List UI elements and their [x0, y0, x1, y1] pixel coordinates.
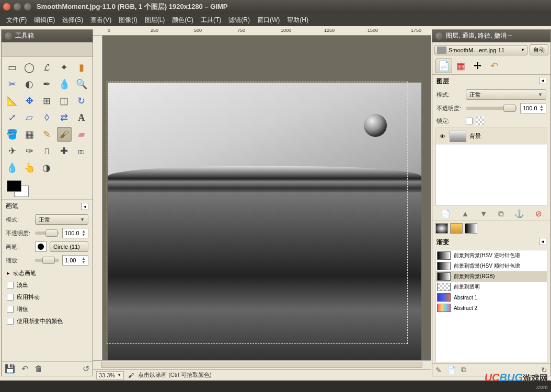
patterns-tab-icon[interactable] — [450, 223, 463, 234]
layers-panel-header[interactable]: 图层, 通道, 路径, 撤消 – — [432, 30, 550, 42]
gradient-check[interactable]: 使用渐变中的颜色 — [2, 315, 93, 327]
menu-image[interactable]: 图像(I) — [116, 15, 140, 26]
horizontal-ruler[interactable]: 0 250 500 750 1000 1250 1500 1750 — [93, 26, 431, 36]
canvas-viewport[interactable] — [102, 36, 421, 360]
fg-bg-colors[interactable] — [7, 180, 29, 197]
lasso-icon[interactable]: 𝓛 — [39, 60, 54, 75]
vertical-ruler[interactable] — [93, 36, 102, 360]
airbrush-icon[interactable]: ✈ — [5, 144, 19, 158]
eye-icon[interactable]: 👁 — [438, 133, 446, 140]
scale-slider[interactable] — [35, 259, 59, 262]
layer-opacity-spinner[interactable]: 100.0▲▼ — [520, 103, 546, 113]
smudge-icon[interactable]: 👆 — [22, 160, 37, 175]
new-layer-icon[interactable]: 📄 — [441, 209, 451, 218]
collapse-icon[interactable]: ◂ — [539, 238, 546, 245]
slider-thumb[interactable] — [45, 229, 58, 237]
raise-layer-icon[interactable]: ▲ — [462, 209, 469, 218]
dynamic-expand[interactable]: ▸动态画笔 — [2, 267, 93, 279]
text-icon[interactable]: A — [74, 110, 89, 125]
lower-layer-icon[interactable]: ▼ — [480, 209, 488, 218]
lock-alpha-icon[interactable] — [476, 117, 484, 125]
gradient-list[interactable]: 前景到背景(HSV 逆时针色谱 前景到背景(HSV 顺时针色谱 前景到背景(RG… — [435, 250, 547, 362]
menu-tools[interactable]: 工具(T) — [198, 15, 224, 26]
gradient-icon[interactable]: ▦ — [22, 127, 37, 142]
clone-icon[interactable]: ⎍ — [39, 144, 54, 158]
gradient-row[interactable]: 前景到背景(RGB) — [436, 271, 547, 282]
menu-edit[interactable]: 编辑(E) — [31, 15, 58, 26]
spinner-arrows-icon[interactable]: ▲▼ — [82, 257, 86, 264]
opacity-slider[interactable] — [35, 232, 59, 235]
menu-select[interactable]: 选择(S) — [59, 15, 86, 26]
bucket-icon[interactable]: 🪣 — [5, 127, 19, 142]
menu-help[interactable]: 帮助(H) — [284, 15, 312, 26]
toolbox-header[interactable]: 工具箱 — [2, 30, 93, 42]
brush-combo[interactable]: Circle (11) — [50, 241, 88, 252]
measure-icon[interactable]: 📐 — [5, 94, 19, 108]
perspective-icon[interactable]: ◊ — [39, 110, 54, 125]
move-icon[interactable]: ✥ — [22, 94, 37, 108]
document-tab[interactable]: SmoothM…ent.jpg-11 ▼ — [434, 45, 527, 55]
align-icon[interactable]: ⊞ — [39, 94, 54, 108]
gradient-row[interactable]: Abstract 1 — [436, 292, 547, 303]
zoom-combo[interactable]: 33.3%▼ — [96, 371, 124, 379]
heal-icon[interactable]: ✚ — [57, 144, 72, 158]
menu-file[interactable]: 文件(F) — [3, 15, 30, 26]
layer-opacity-slider[interactable] — [466, 107, 517, 110]
brush-chip[interactable] — [35, 241, 47, 252]
menu-layer[interactable]: 图层(L) — [142, 15, 168, 26]
layers-tab-icon[interactable]: 📄 — [435, 59, 452, 73]
gradient-row[interactable]: Abstract 2 — [436, 303, 547, 313]
new-gradient-icon[interactable]: 📄 — [447, 366, 456, 374]
collapse-icon[interactable]: ◂ — [81, 203, 88, 210]
checkbox-icon[interactable] — [7, 318, 14, 325]
auto-button[interactable]: 自动 — [530, 44, 548, 55]
flip-icon[interactable]: ⇄ — [57, 110, 72, 125]
restore-options-icon[interactable]: ↶ — [21, 364, 28, 374]
zoom-icon[interactable]: 🔍 — [74, 77, 89, 91]
opacity-spinner[interactable]: 100.0▲▼ — [62, 228, 88, 238]
layer-thumb[interactable] — [450, 131, 466, 142]
jitter-check[interactable]: 应用抖动 — [2, 291, 93, 303]
layer-list[interactable]: 👁 背景 — [435, 128, 547, 206]
dodge-icon[interactable]: ◑ — [39, 160, 54, 175]
close-icon[interactable] — [3, 3, 10, 10]
scale-spinner[interactable]: 1.00▲▼ — [62, 255, 88, 266]
crop-icon[interactable]: ◫ — [57, 94, 72, 108]
checkbox-icon[interactable] — [7, 306, 14, 313]
perspective-clone-icon[interactable]: ⎄ — [74, 144, 89, 158]
canvas-image[interactable] — [108, 83, 421, 360]
layer-name[interactable]: 背景 — [469, 132, 481, 140]
horizontal-scrollbar[interactable] — [93, 360, 431, 369]
gradients-tab-icon[interactable] — [465, 223, 477, 234]
fade-check[interactable]: 淡出 — [2, 279, 93, 291]
slider-thumb[interactable] — [503, 105, 516, 112]
brushes-tab-icon[interactable] — [435, 223, 448, 234]
layer-mode-combo[interactable]: 正常 ▼ — [466, 89, 546, 100]
paths-icon[interactable]: ✒ — [39, 77, 54, 91]
gradient-row[interactable]: 前景到背景(HSV 逆时针色谱 — [436, 250, 547, 261]
paths-tab-icon[interactable]: ✢ — [469, 59, 486, 73]
menu-color[interactable]: 颜色(C) — [169, 15, 197, 26]
rect-select-icon[interactable]: ▭ — [5, 60, 19, 75]
delete-layer-icon[interactable]: ⊘ — [535, 209, 542, 218]
pencil-icon[interactable]: ✎ — [39, 127, 54, 142]
save-options-icon[interactable]: 💾 — [5, 364, 15, 374]
ink-icon[interactable]: ✑ — [22, 144, 37, 158]
minimize-icon[interactable] — [14, 3, 21, 10]
mode-combo[interactable]: 正常 ▼ — [35, 214, 88, 225]
channels-tab-icon[interactable]: ▦ — [452, 59, 469, 73]
scissors-icon[interactable]: ✂ — [5, 77, 19, 91]
menu-window[interactable]: 窗口(W) — [254, 15, 283, 26]
spinner-arrows-icon[interactable]: ▲▼ — [82, 229, 86, 237]
scale-icon[interactable]: ⤢ — [5, 110, 19, 125]
color-picker-icon[interactable]: 💧 — [57, 77, 72, 91]
menu-filters[interactable]: 滤镜(R) — [225, 15, 253, 26]
duplicate-layer-icon[interactable]: ⧉ — [498, 209, 504, 218]
rotate-icon[interactable]: ↻ — [74, 94, 89, 108]
foreground-select-icon[interactable]: ◐ — [22, 77, 37, 91]
scrollbar-track[interactable] — [101, 362, 422, 368]
panel-close-icon[interactable] — [435, 32, 443, 40]
delete-options-icon[interactable]: 🗑 — [35, 364, 43, 374]
menu-view[interactable]: 查看(V) — [87, 15, 114, 26]
layer-row[interactable]: 👁 背景 — [436, 128, 547, 145]
